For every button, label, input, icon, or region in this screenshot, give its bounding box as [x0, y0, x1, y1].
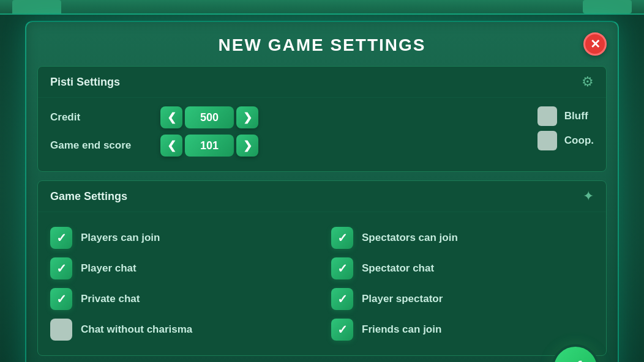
spectators-can-join-label: Spectators can join — [362, 232, 458, 244]
top-bar-tab — [12, 0, 61, 13]
score-increment-button[interactable]: ❯ — [236, 135, 258, 157]
pisti-section-title: Pisti Settings — [50, 76, 120, 89]
check-icon: ✓ — [337, 231, 348, 245]
spectator-chat-label: Spectator chat — [362, 262, 434, 275]
spectators-can-join-checkbox[interactable]: ✓ — [331, 227, 353, 249]
checks-grid: ✓ Players can join ✓ Spectators can join — [50, 221, 594, 347]
close-icon: ✕ — [590, 37, 601, 51]
list-item: ✓ Private chat — [50, 288, 313, 310]
credit-increment-button[interactable]: ❯ — [236, 106, 258, 128]
private-chat-label: Private chat — [81, 293, 140, 305]
game-end-score-label: Game end score — [50, 139, 160, 152]
spectator-chat-checkbox[interactable]: ✓ — [331, 257, 353, 279]
private-chat-checkbox[interactable]: ✓ — [50, 288, 72, 310]
player-spectator-checkbox[interactable]: ✓ — [331, 288, 353, 310]
player-chat-checkbox[interactable]: ✓ — [50, 257, 72, 279]
game-section-header: Game Settings ✦ — [38, 181, 606, 212]
check-icon: ✓ — [56, 261, 67, 276]
chevron-right-icon: ❯ — [243, 139, 252, 152]
coop-checkbox[interactable] — [537, 131, 557, 150]
chat-without-charisma-checkbox[interactable] — [50, 319, 72, 341]
credit-value: 500 — [185, 106, 234, 128]
check-icon: ✓ — [337, 292, 348, 306]
list-item: ✓ Friends can join — [331, 319, 594, 341]
coop-label: Coop. — [564, 135, 594, 147]
credit-stepper: ❮ 500 ❯ — [160, 106, 258, 128]
coop-toggle-item: Coop. — [537, 131, 594, 150]
close-button[interactable]: ✕ — [583, 32, 607, 56]
check-icon: ✓ — [337, 261, 348, 276]
player-spectator-label: Player spectator — [362, 293, 443, 305]
friends-can-join-checkbox[interactable]: ✓ — [331, 319, 353, 341]
game-end-score-row: Game end score ❮ 101 ❯ — [50, 135, 501, 157]
pisti-section-body: Credit ❮ 500 ❯ — [38, 98, 606, 171]
players-can-join-label: Players can join — [81, 232, 160, 244]
score-decrement-button[interactable]: ❮ — [160, 135, 182, 157]
modal: NEW GAME SETTINGS ✕ Pisti Settings ⚙ Cre… — [25, 21, 619, 362]
chevron-left-icon: ❮ — [167, 139, 176, 152]
list-item: ✓ Player spectator — [331, 288, 594, 310]
list-item: Chat without charisma — [50, 319, 313, 341]
friends-can-join-label: Friends can join — [362, 323, 441, 336]
list-item: ✓ Players can join — [50, 227, 313, 249]
bluff-toggle-item: Bluff — [537, 106, 594, 126]
game-settings-section: Game Settings ✦ ✓ Players can join ✓ — [37, 180, 607, 356]
list-item: ✓ Spectators can join — [331, 227, 594, 249]
chevron-right-icon: ❯ — [243, 111, 252, 124]
game-end-score-stepper: ❮ 101 ❯ — [160, 135, 258, 157]
chat-without-charisma-label: Chat without charisma — [81, 323, 192, 336]
modal-title: NEW GAME SETTINGS — [219, 35, 426, 54]
check-icon: ✓ — [337, 322, 348, 337]
pisti-settings-section: Pisti Settings ⚙ Credit ❮ 500 — [37, 66, 607, 172]
game-gear-icon: ✦ — [583, 188, 594, 204]
list-item: ✓ Player chat — [50, 257, 313, 279]
check-icon: ✓ — [56, 292, 67, 306]
bluff-label: Bluff — [564, 110, 588, 122]
top-bar — [0, 0, 644, 15]
modal-header: NEW GAME SETTINGS ✕ — [26, 22, 618, 66]
check-icon: ✓ — [56, 231, 67, 245]
toggle-group: Bluff Coop. — [537, 106, 594, 150]
players-can-join-checkbox[interactable]: ✓ — [50, 227, 72, 249]
chevron-left-icon: ❮ — [167, 111, 176, 124]
score-value: 101 — [185, 135, 234, 157]
top-bar-btn — [583, 0, 632, 13]
game-section-title: Game Settings — [50, 190, 127, 203]
credit-label: Credit — [50, 111, 160, 124]
list-item: ✓ Spectator chat — [331, 257, 594, 279]
credit-row: Credit ❮ 500 ❯ — [50, 106, 501, 128]
confirm-check-icon: ✓ — [566, 355, 585, 362]
player-chat-label: Player chat — [81, 262, 137, 275]
bluff-checkbox[interactable] — [537, 106, 557, 126]
pisti-gear-icon: ⚙ — [582, 74, 594, 90]
pisti-section-header: Pisti Settings ⚙ — [38, 67, 606, 98]
credit-decrement-button[interactable]: ❮ — [160, 106, 182, 128]
background: NEW GAME SETTINGS ✕ Pisti Settings ⚙ Cre… — [0, 0, 644, 362]
game-section-body: ✓ Players can join ✓ Spectators can join — [38, 212, 606, 355]
